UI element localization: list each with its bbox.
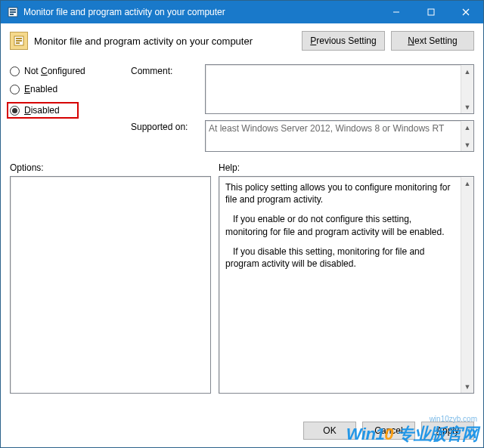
radio-not-configured[interactable]: Not Configured xyxy=(10,66,123,76)
help-pane: This policy setting allows you to config… xyxy=(219,176,474,394)
help-paragraph: If you enable or do not configure this s… xyxy=(225,213,455,237)
supported-box: At least Windows Server 2012, Windows 8 … xyxy=(205,120,474,152)
radio-icon xyxy=(10,106,20,116)
window-body: Monitor file and program activity on you… xyxy=(1,23,483,447)
scroll-up-icon[interactable]: ▲ xyxy=(461,65,473,78)
svg-rect-9 xyxy=(16,38,22,39)
scrollbar[interactable]: ▲ ▼ xyxy=(461,177,473,393)
help-label: Help: xyxy=(219,162,240,173)
options-pane xyxy=(10,176,211,394)
comment-box: ▲ ▼ xyxy=(205,64,474,114)
svg-rect-10 xyxy=(16,40,22,42)
ok-button[interactable]: OK xyxy=(303,422,356,440)
pane-labels: Options: Help: xyxy=(10,162,474,173)
config-row: Not Configured Enabled Disabled Comment: xyxy=(10,64,474,152)
state-radios: Not Configured Enabled Disabled xyxy=(10,64,123,152)
comment-input[interactable] xyxy=(206,65,461,113)
dialog-buttons: OK Cancel Apply xyxy=(10,417,474,441)
page-title: Monitor file and program activity on you… xyxy=(34,36,253,47)
window: Monitor file and program activity on you… xyxy=(0,0,484,448)
options-label: Options: xyxy=(10,162,219,173)
comment-label: Comment: xyxy=(131,64,199,114)
window-buttons xyxy=(379,1,483,23)
minimize-button[interactable] xyxy=(379,1,414,23)
scroll-up-icon[interactable]: ▲ xyxy=(461,121,473,134)
supported-label: Supported on: xyxy=(131,120,199,152)
fields: Comment: ▲ ▼ Supported on: At least Wind… xyxy=(131,64,474,152)
header-row: Monitor file and program activity on you… xyxy=(10,31,474,51)
radio-disabled[interactable]: Disabled xyxy=(10,105,60,116)
nav-buttons: Previous Setting Next Setting xyxy=(302,31,474,51)
cancel-button[interactable]: Cancel xyxy=(362,422,415,440)
help-content: This policy setting allows you to config… xyxy=(219,177,461,393)
app-icon xyxy=(7,6,19,18)
window-title: Monitor file and program activity on you… xyxy=(23,7,379,17)
next-setting-button[interactable]: Next Setting xyxy=(391,31,474,51)
scrollbar[interactable]: ▲ ▼ xyxy=(461,121,473,151)
maximize-button[interactable] xyxy=(414,1,448,23)
help-paragraph: If you disable this setting, monitoring … xyxy=(225,246,455,270)
policy-icon xyxy=(10,32,28,50)
scroll-down-icon[interactable]: ▼ xyxy=(461,138,473,151)
previous-setting-button[interactable]: Previous Setting xyxy=(302,31,385,51)
radio-icon xyxy=(10,85,20,94)
scroll-up-icon[interactable]: ▲ xyxy=(461,177,473,190)
supported-row: Supported on: At least Windows Server 20… xyxy=(131,120,474,152)
svg-rect-11 xyxy=(16,42,20,44)
watermark-url: win10zyb.com xyxy=(430,415,477,423)
panes: This policy setting allows you to config… xyxy=(10,176,474,409)
svg-rect-1 xyxy=(10,9,16,11)
radio-icon xyxy=(10,66,20,76)
radio-enabled[interactable]: Enabled xyxy=(10,84,123,94)
scroll-down-icon[interactable]: ▼ xyxy=(461,100,473,113)
svg-rect-5 xyxy=(428,9,434,15)
scroll-down-icon[interactable]: ▼ xyxy=(461,380,473,393)
scrollbar[interactable]: ▲ ▼ xyxy=(461,65,473,113)
apply-button[interactable]: Apply xyxy=(421,422,474,440)
svg-rect-3 xyxy=(10,14,14,15)
comment-row: Comment: ▲ ▼ xyxy=(131,64,474,114)
titlebar[interactable]: Monitor file and program activity on you… xyxy=(1,1,483,23)
svg-rect-2 xyxy=(10,11,16,13)
supported-text: At least Windows Server 2012, Windows 8 … xyxy=(206,121,461,151)
help-paragraph: This policy setting allows you to config… xyxy=(225,181,455,205)
options-content xyxy=(11,177,210,393)
close-button[interactable] xyxy=(448,1,483,23)
highlight-disabled: Disabled xyxy=(7,102,79,119)
